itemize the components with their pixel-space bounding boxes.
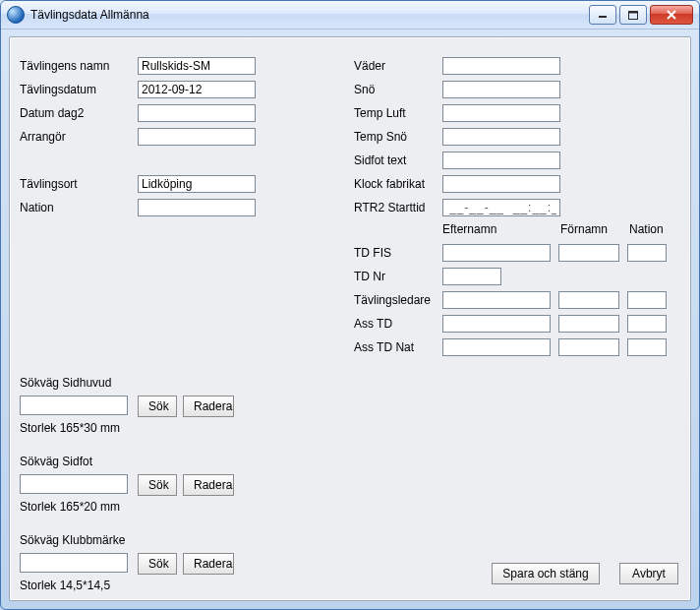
input-td-fis-firstname[interactable] [558,244,619,262]
input-td-nr[interactable] [442,268,501,285]
col-header-lastname: Efternamn [442,222,496,236]
input-organizer[interactable] [138,128,256,146]
label-snow: Snö [354,83,375,96]
maximize-button[interactable] [619,5,647,25]
label-rtr2-starttime: RTR2 Starttid [354,201,425,214]
label-clock-brand: Klock fabrikat [354,177,425,191]
label-race-leader: Tävlingsledare [354,293,431,307]
col-header-firstname: Förnamn [560,222,608,236]
close-button[interactable] [650,5,693,25]
input-td-fis-nation[interactable] [627,244,667,262]
input-ass-td-lastname[interactable] [442,315,551,333]
input-competition-place[interactable] [138,175,256,193]
label-date-day2: Datum dag2 [20,106,84,120]
input-competition-date[interactable] [138,81,256,98]
label-nation: Nation [20,201,54,214]
label-competition-date: Tävlingsdatum [20,83,96,96]
input-race-leader-nation[interactable] [627,291,667,309]
browse-footer-button[interactable]: Sök [138,474,177,496]
maximize-icon [628,11,638,20]
label-organizer: Arrangör [20,130,66,144]
label-ass-td-nat: Ass TD Nat [354,340,414,354]
input-path-club[interactable] [20,553,128,573]
minimize-icon [598,11,608,19]
label-path-header: Sökväg Sidhuvud [20,376,111,390]
input-temp-air[interactable] [442,104,560,122]
label-competition-place: Tävlingsort [20,177,78,191]
input-path-footer[interactable] [20,474,128,494]
titlebar: Tävlingsdata Allmänna [1,1,699,30]
label-footer-text: Sidfot text [354,153,406,167]
label-td-fis: TD FIS [354,246,391,260]
label-weather: Väder [354,59,385,73]
input-path-header[interactable] [20,396,128,415]
input-ass-td-nat-nation[interactable] [627,338,667,356]
input-race-leader-firstname[interactable] [558,291,619,309]
input-competition-name[interactable] [138,57,256,75]
label-path-club: Sökväg Klubbmärke [20,533,125,547]
label-td-nr: TD Nr [354,270,385,283]
close-icon [666,10,677,20]
input-rtr2-starttime[interactable] [442,199,560,216]
label-ass-td: Ass TD [354,317,392,331]
app-icon [7,6,25,24]
label-temp-air: Temp Luft [354,106,406,120]
window-title: Tävlingsdata Allmänna [30,8,589,22]
label-footer-size: Storlek 165*20 mm [20,500,120,514]
cancel-button[interactable]: Avbryt [619,563,678,584]
input-footer-text[interactable] [442,152,560,169]
input-ass-td-nation[interactable] [627,315,667,333]
input-ass-td-nat-firstname[interactable] [558,338,619,356]
label-competition-name: Tävlingens namn [20,59,109,73]
input-temp-snow[interactable] [442,128,560,146]
input-nation[interactable] [138,199,256,216]
browse-club-button[interactable]: Sök [138,553,177,575]
delete-header-button[interactable]: Radera [183,396,234,417]
label-club-size: Storlek 14,5*14,5 [20,579,110,592]
minimize-button[interactable] [589,5,616,25]
save-close-button[interactable]: Spara och stäng [492,563,600,584]
input-snow[interactable] [442,81,560,98]
label-temp-snow: Temp Snö [354,130,407,144]
label-path-footer: Sökväg Sidfot [20,455,92,468]
input-race-leader-lastname[interactable] [442,291,551,309]
browse-header-button[interactable]: Sök [138,396,177,417]
input-td-fis-lastname[interactable] [442,244,551,262]
input-clock-brand[interactable] [442,175,560,193]
input-ass-td-firstname[interactable] [558,315,619,333]
delete-club-button[interactable]: Radera [183,553,234,575]
input-ass-td-nat-lastname[interactable] [442,338,551,356]
col-header-nation: Nation [629,222,664,236]
input-weather[interactable] [442,57,560,75]
delete-footer-button[interactable]: Radera [183,474,234,496]
input-date-day2[interactable] [138,104,256,122]
label-header-size: Storlek 165*30 mm [20,421,120,435]
dialog-panel: Tävlingens namn Tävlingsdatum Datum dag2… [9,36,691,601]
